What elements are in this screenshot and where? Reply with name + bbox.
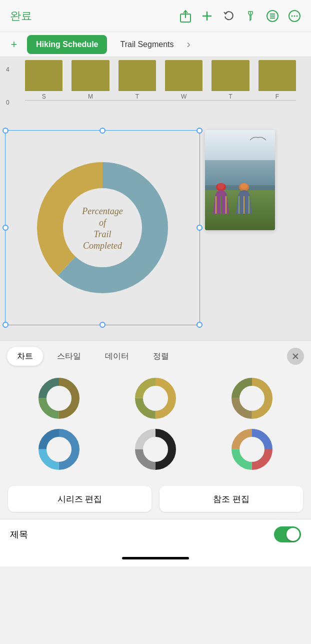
action-buttons: 시리즈 편집 참조 편집 — [0, 481, 311, 519]
bar-label-m: M — [88, 93, 93, 100]
donut-area: Percentage of Trail Completed — [0, 125, 311, 330]
bar-t2 — [212, 60, 249, 91]
bar-t1 — [118, 60, 156, 91]
title-row: 제목 — [0, 519, 311, 549]
bird-icon — [250, 135, 266, 144]
bar-label-f: F — [276, 93, 279, 100]
bar-col-w: W — [165, 60, 202, 100]
pin-button[interactable] — [244, 10, 257, 23]
tab-bar: + Hiking Schedule Trail Segments › — [0, 32, 311, 57]
donut-container[interactable]: Percentage of Trail Completed — [5, 130, 200, 325]
home-bar — [122, 557, 189, 559]
bar-m — [72, 60, 109, 91]
bottom-panel: 차트 스타일 데이터 정렬 — [0, 340, 311, 566]
axis-line — [25, 100, 296, 101]
title-label: 제목 — [10, 528, 274, 540]
bar-col-f: F — [258, 60, 296, 100]
canvas-area: 4 0 S M T W T — [0, 57, 311, 340]
bar-label-t2: T — [228, 93, 232, 100]
photo-thumbnail — [205, 130, 275, 230]
bar-label-s: S — [42, 93, 46, 100]
chart-style-5[interactable] — [112, 428, 200, 471]
svg-point-29 — [48, 387, 70, 409]
bar-s — [25, 60, 62, 91]
chart-style-1[interactable] — [15, 377, 104, 420]
share-button[interactable] — [179, 9, 192, 23]
toolbar: 완료 — [0, 0, 311, 32]
home-indicator — [0, 549, 311, 566]
svg-point-37 — [241, 387, 263, 409]
series-edit-button[interactable]: 시리즈 편집 — [8, 486, 152, 512]
bar-f — [258, 60, 296, 91]
svg-text:Percentage: Percentage — [82, 206, 122, 216]
photo-scene — [205, 160, 275, 230]
tab-more-button[interactable]: › — [186, 38, 190, 51]
svg-point-10 — [292, 15, 293, 17]
tab-trail-segments[interactable]: Trail Segments — [111, 35, 182, 54]
toolbar-icons — [179, 9, 301, 23]
svg-point-41 — [48, 438, 70, 460]
bar-chart-mini: 4 0 S M T W T — [0, 62, 311, 117]
bar-col-t1: T — [118, 60, 156, 100]
toggle-knob — [286, 528, 300, 541]
svg-point-12 — [296, 15, 298, 17]
bar-col-t2: T — [212, 60, 249, 100]
undo-button[interactable] — [222, 10, 235, 23]
bar-col-s: S — [25, 60, 62, 100]
svg-point-45 — [144, 438, 166, 460]
bar-w — [165, 60, 202, 91]
bar-label-w: W — [181, 93, 186, 100]
y-label-bottom: 0 — [6, 99, 10, 106]
chart-style-4[interactable] — [15, 428, 104, 471]
chart-style-2[interactable] — [112, 377, 200, 420]
svg-text:Completed: Completed — [83, 241, 122, 251]
panel-tab-arrange[interactable]: 정렬 — [143, 347, 179, 366]
chart-style-6[interactable] — [208, 428, 296, 471]
bar-label-t1: T — [136, 93, 139, 100]
bar-col-m: M — [72, 60, 109, 100]
svg-point-23 — [240, 183, 248, 189]
bars-row: S M T W T F — [20, 65, 301, 100]
svg-point-33 — [144, 387, 166, 409]
svg-point-15 — [64, 189, 142, 267]
svg-point-11 — [294, 15, 296, 17]
tab-add-button[interactable]: + — [6, 37, 22, 53]
chart-style-3[interactable] — [208, 377, 296, 420]
done-button[interactable]: 완료 — [10, 9, 32, 24]
figure2 — [234, 181, 258, 221]
panel-close-button[interactable] — [287, 348, 304, 365]
panel-tab-chart[interactable]: 차트 — [7, 347, 43, 366]
panel-tabs: 차트 스타일 데이터 정렬 — [0, 341, 311, 372]
donut-svg: Percentage of Trail Completed — [5, 130, 200, 325]
title-toggle[interactable] — [274, 526, 301, 542]
svg-point-50 — [241, 438, 263, 460]
tab-hiking-schedule[interactable]: Hiking Schedule — [27, 35, 107, 54]
panel-tab-data[interactable]: 데이터 — [95, 347, 139, 366]
panel-tab-style[interactable]: 스타일 — [47, 347, 91, 366]
svg-point-21 — [218, 183, 224, 189]
y-label-top: 4 — [6, 66, 10, 73]
photo-sky — [205, 130, 275, 160]
list-button[interactable] — [266, 10, 279, 23]
more-button[interactable] — [288, 10, 301, 23]
svg-text:Trail: Trail — [94, 229, 111, 239]
reference-edit-button[interactable]: 참조 편집 — [160, 486, 303, 512]
add-button[interactable] — [201, 10, 213, 22]
chart-styles-grid — [0, 372, 311, 481]
figure1 — [211, 181, 235, 221]
